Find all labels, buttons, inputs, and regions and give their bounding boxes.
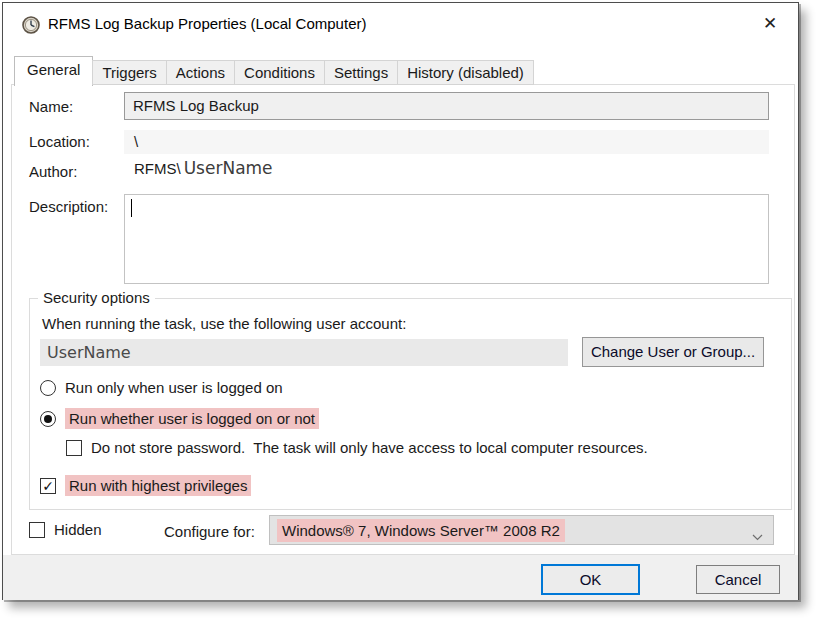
task-scheduler-clock-icon	[22, 16, 40, 34]
user-account-hint: When running the task, use the following…	[42, 315, 406, 332]
radio-run-whether-logged[interactable]	[40, 411, 56, 427]
configure-for-dropdown[interactable]: Windows® 7, Windows Server™ 2008 R2	[269, 515, 774, 545]
location-value: \	[124, 130, 769, 154]
checkbox-hidden-label: Hidden	[54, 521, 102, 538]
change-user-or-group-button[interactable]: Change User or Group...	[582, 337, 764, 367]
author-username: UserName	[184, 158, 273, 178]
security-options-group: Security options When running the task, …	[29, 298, 792, 510]
checkbox-row-no-password: Do not store password. The task will onl…	[66, 439, 648, 456]
checkbox-hidden[interactable]	[29, 522, 45, 538]
cancel-button[interactable]: Cancel	[696, 565, 780, 594]
checkbox-run-highest-privileges-label: Run with highest privileges	[65, 475, 251, 496]
title-bar: RFMS Log Backup Properties (Local Comput…	[3, 3, 798, 47]
text-caret	[131, 199, 132, 217]
radio-row-whether-logged: Run whether user is logged on or not	[40, 408, 319, 429]
name-input[interactable]: RFMS Log Backup	[124, 92, 769, 120]
author-label: Author:	[29, 163, 77, 180]
radio-run-whether-logged-label: Run whether user is logged on or not	[65, 408, 319, 429]
ok-button[interactable]: OK	[541, 564, 640, 595]
tab-conditions[interactable]: Conditions	[234, 60, 325, 85]
tab-actions[interactable]: Actions	[166, 60, 235, 85]
dialog-title: RFMS Log Backup Properties (Local Comput…	[48, 15, 366, 32]
tab-bar: General Triggers Actions Conditions Sett…	[15, 56, 534, 85]
radio-run-only-logged-on-label: Run only when user is logged on	[65, 379, 283, 396]
tab-settings[interactable]: Settings	[324, 60, 398, 85]
tab-triggers[interactable]: Triggers	[92, 60, 166, 85]
checkbox-do-not-store-password-label: Do not store password. The task will onl…	[91, 439, 648, 456]
checkbox-do-not-store-password[interactable]	[66, 440, 82, 456]
security-options-group-label: Security options	[38, 289, 155, 306]
configure-for-value: Windows® 7, Windows Server™ 2008 R2	[277, 519, 565, 542]
screenshot-canvas: RFMS Log Backup Properties (Local Comput…	[0, 0, 816, 625]
checkbox-row-highest-privileges: ✓ Run with highest privileges	[40, 475, 251, 496]
dialog-footer: OK Cancel	[3, 555, 798, 600]
general-tab-page: Name: RFMS Log Backup Location: \ Author…	[11, 84, 795, 555]
chevron-down-icon	[752, 527, 763, 545]
description-textarea[interactable]	[124, 194, 769, 284]
task-properties-dialog: RFMS Log Backup Properties (Local Comput…	[2, 2, 799, 600]
author-value: RFMS\UserName	[134, 158, 273, 178]
close-icon[interactable]: ✕	[756, 11, 784, 37]
check-icon: ✓	[42, 478, 54, 494]
radio-row-logged-on: Run only when user is logged on	[40, 379, 283, 396]
user-account-field: UserName	[40, 339, 568, 366]
tab-history[interactable]: History (disabled)	[397, 60, 534, 85]
configure-for-label: Configure for:	[164, 523, 255, 540]
name-label: Name:	[29, 98, 73, 115]
description-label: Description:	[29, 198, 108, 215]
location-label: Location:	[29, 133, 90, 150]
checkbox-run-highest-privileges[interactable]: ✓	[40, 478, 56, 494]
author-domain: RFMS\	[134, 160, 181, 177]
checkbox-row-hidden: Hidden	[29, 521, 102, 538]
radio-run-only-logged-on[interactable]	[40, 380, 56, 396]
tab-general[interactable]: General	[14, 56, 93, 86]
